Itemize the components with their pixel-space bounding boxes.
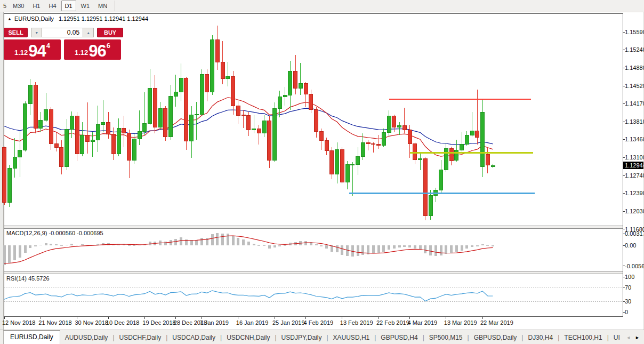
rsi-label: RSI(14) 45.5726	[6, 275, 50, 282]
svg-text:12 Nov 2018: 12 Nov 2018	[2, 319, 35, 326]
tab-scroll-left-icon[interactable]: ◄	[626, 335, 631, 340]
svg-text:1.13100: 1.13100	[625, 154, 644, 161]
date-axis[interactable]: 12 Nov 201821 Nov 201830 Nov 201810 Dec …	[2, 317, 513, 326]
tab-tech100-h1[interactable]: TECH100,H1	[559, 332, 607, 343]
macd-label: MACD(12,26,9) -0.000560 -0.000695	[6, 230, 103, 236]
svg-text:4 Mar 2019: 4 Mar 2019	[408, 319, 438, 326]
timeframe-button-H4[interactable]: H4	[45, 1, 60, 11]
symbol-tabs: EURUSD,DailyAUDUSD,Daily|USDCHF,Daily|US…	[0, 330, 624, 344]
svg-text:1.14520: 1.14520	[625, 83, 644, 89]
svg-text:-0.005667: -0.005667	[625, 263, 644, 269]
timeframe-button-MN[interactable]: MN	[94, 1, 111, 11]
chart-header: ▲ EURUSD,Daily 1.12951 1.12951 1.12941 1…	[7, 15, 148, 22]
price-axis[interactable]: 1.155901.152401.148801.145201.141701.138…	[623, 29, 644, 233]
chart-title: EURUSD,Daily	[14, 15, 54, 22]
timeframe-button-H1[interactable]: H1	[29, 1, 44, 11]
svg-text:0.003177: 0.003177	[625, 230, 644, 237]
tab-ui[interactable]: UI	[609, 332, 624, 343]
buy-button[interactable]: BUY	[97, 28, 123, 37]
svg-text:22 Feb 2019: 22 Feb 2019	[376, 319, 409, 326]
timeframe-button-D1[interactable]: D1	[61, 1, 76, 11]
tab-dj30-h4[interactable]: DJ30,H4	[523, 332, 558, 343]
svg-text:10 Dec 2018: 10 Dec 2018	[106, 319, 139, 326]
symbol-tab-bar: EURUSD,DailyAUDUSD,Daily|USDCHF,Daily|US…	[0, 330, 644, 344]
one-click-trading-panel: SELL ▼ 0.05 ▲ BUY 1.12 94 4 1.12 96 6	[4, 28, 123, 60]
rsi-line	[4, 291, 493, 301]
tab-usdjpy-daily[interactable]: USDJPY,Daily	[277, 332, 327, 343]
volume-decrease-icon[interactable]: ▼	[31, 28, 42, 37]
svg-text:4 Feb 2019: 4 Feb 2019	[304, 319, 334, 326]
svg-text:1.12390: 1.12390	[625, 190, 644, 196]
buy-price-box[interactable]: 1.12 96 6	[64, 39, 121, 60]
svg-text:1.15590: 1.15590	[625, 29, 644, 35]
svg-text:7 Jan 2019: 7 Jan 2019	[200, 319, 229, 326]
svg-text:19 Dec 2018: 19 Dec 2018	[142, 319, 175, 326]
tab-usdchf-daily[interactable]: USDCHF,Daily	[115, 332, 166, 343]
tab-audusd-daily[interactable]: AUDUSD,Daily	[60, 332, 113, 343]
timeframe-button-W1[interactable]: W1	[77, 1, 94, 11]
svg-text:1.14880: 1.14880	[625, 65, 644, 71]
svg-text:30 Nov 2018: 30 Nov 2018	[75, 319, 108, 326]
svg-text:0.00: 0.00	[625, 242, 636, 249]
sell-button[interactable]: SELL	[4, 28, 28, 37]
tab-usdcnh-daily[interactable]: USDCNH,Daily	[222, 332, 275, 343]
svg-text:1.12944: 1.12944	[625, 162, 644, 169]
timeframe-button-M15[interactable]: 5	[1, 1, 8, 11]
tab-scroll-right-icon[interactable]: ►	[635, 335, 640, 340]
tab-usdcad-daily[interactable]: USDCAD,Daily	[167, 332, 220, 343]
chart-ohlc-values: 1.12951 1.12951 1.12941 1.12944	[59, 15, 148, 22]
svg-text:30: 30	[625, 298, 631, 305]
svg-text:21 Nov 2018: 21 Nov 2018	[38, 319, 71, 326]
svg-text:1.13460: 1.13460	[625, 136, 644, 142]
svg-text:1.12030: 1.12030	[625, 208, 644, 214]
toolbar-separator	[115, 1, 115, 11]
tab-gbpusd-h4[interactable]: GBPUSD,H4	[376, 332, 422, 343]
macd-signal-line	[4, 236, 493, 263]
buy-price-big: 96	[88, 43, 106, 59]
svg-text:13 Mar 2019: 13 Mar 2019	[444, 319, 477, 326]
sell-price-prefix: 1.12	[14, 49, 28, 57]
buy-price-prefix: 1.12	[75, 49, 88, 57]
svg-text:13 Feb 2019: 13 Feb 2019	[340, 319, 373, 326]
svg-text:16 Jan 2019: 16 Jan 2019	[236, 319, 269, 326]
tab-sp500-m15[interactable]: SP500,M15	[424, 332, 468, 343]
svg-text:22 Mar 2019: 22 Mar 2019	[480, 319, 513, 326]
timeframe-toolbar: 5M30H1H4D1W1MN	[0, 0, 644, 12]
buy-price-pipette: 6	[107, 42, 110, 50]
tab-eurusd-daily[interactable]: EURUSD,Daily	[3, 330, 60, 344]
svg-text:0: 0	[625, 309, 628, 315]
svg-text:1.12740: 1.12740	[625, 172, 644, 179]
tab-gbpusd-daily[interactable]: GBPUSD,Daily	[469, 332, 522, 343]
svg-text:25 Jan 2019: 25 Jan 2019	[272, 319, 305, 326]
volume-increase-icon[interactable]: ▲	[83, 28, 94, 37]
chart-shift-icon: ▲	[7, 17, 12, 21]
svg-text:1.14170: 1.14170	[625, 100, 644, 107]
sell-price-pipette: 4	[46, 42, 50, 50]
volume-stepper: ▼ 0.05 ▲	[31, 28, 94, 37]
sell-price-big: 94	[28, 43, 45, 59]
sell-price-box[interactable]: 1.12 94 4	[4, 39, 61, 60]
volume-field[interactable]: 0.05	[42, 28, 83, 37]
tab-scroll-controls: ◄ ►	[624, 335, 644, 340]
svg-text:70: 70	[625, 284, 631, 291]
tab-xauusd-h1[interactable]: XAUUSD,H1	[328, 332, 375, 343]
macd-axis: 0.0031770.00-0.005667	[623, 230, 644, 269]
svg-text:1.15240: 1.15240	[625, 46, 644, 53]
rsi-axis: 10070300	[623, 274, 634, 315]
timeframe-button-M30[interactable]: M30	[9, 1, 28, 11]
svg-text:100: 100	[625, 274, 634, 280]
svg-text:1.13810: 1.13810	[625, 118, 644, 125]
timeframe-bar: 5M30H1H4D1W1MN	[0, 1, 111, 11]
